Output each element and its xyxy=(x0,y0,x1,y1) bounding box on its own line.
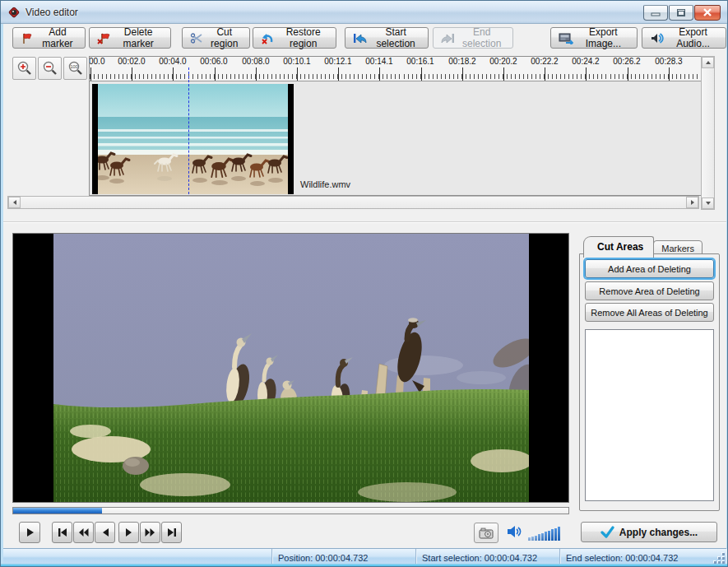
remove-all-areas-of-deleting-button[interactable]: Remove All Areas of Deleting xyxy=(585,303,714,322)
seek-progress-fill xyxy=(13,508,102,514)
ruler-label: 00:04.0 xyxy=(152,57,193,66)
timeline-horizontal-scrollbar[interactable] xyxy=(7,196,699,209)
timeline-track[interactable]: Wildlife.wmv xyxy=(90,81,702,196)
step-forward-icon xyxy=(125,527,133,537)
timeline-ruler-labels: 00.0 00:02.0 00:04.0 00:06.0 00:08.0 00:… xyxy=(90,57,702,67)
snapshot-button[interactable] xyxy=(474,523,498,543)
minimize-icon xyxy=(644,6,667,20)
app-icon xyxy=(7,6,21,19)
ruler-label: 00:20.2 xyxy=(483,57,524,66)
cut-region-button[interactable]: Cut region xyxy=(182,27,250,49)
panel-separator xyxy=(3,221,726,223)
export-audio-button[interactable]: Export Audio... xyxy=(642,27,726,49)
status-bar: Position: 00:00:04.732 Start selection: … xyxy=(3,548,726,565)
step-forward-button[interactable] xyxy=(118,522,139,543)
scroll-down-arrow[interactable] xyxy=(702,198,714,209)
left-arrow-icon xyxy=(13,200,16,205)
timeline-panel: 100 00.0 00:02.0 00:04.0 00:06.0 00:08.0… xyxy=(3,53,726,220)
client-area: Add marker Delete marker Cut region xyxy=(3,24,726,565)
add-marker-label: Add marker xyxy=(38,26,77,49)
video-preview xyxy=(12,233,569,503)
delete-marker-button[interactable]: Delete marker xyxy=(89,27,171,49)
timeline-ruler-ticks[interactable] xyxy=(90,67,702,81)
skip-end-icon xyxy=(167,527,177,537)
export-audio-label: Export Audio... xyxy=(668,26,718,49)
video-clip-thumbnail[interactable] xyxy=(92,84,294,194)
apply-changes-button[interactable]: Apply changes... xyxy=(581,522,717,542)
timeline-playhead[interactable] xyxy=(188,67,189,194)
zoom-100-button[interactable]: 100 xyxy=(63,57,87,80)
timeline-viewport: 00.0 00:02.0 00:04.0 00:06.0 00:08.0 00:… xyxy=(89,56,702,196)
skip-start-button[interactable] xyxy=(52,522,72,543)
step-back-icon xyxy=(101,527,109,537)
start-selection-label: Start selection xyxy=(371,26,420,49)
timeline-vertical-scrollbar[interactable] xyxy=(701,56,715,210)
export-image-icon xyxy=(559,32,573,44)
ruler-label: 00:10.1 xyxy=(276,57,318,66)
restore-region-button[interactable]: Restore region xyxy=(253,27,337,49)
scroll-up-arrow[interactable] xyxy=(702,57,714,68)
tab-markers-label: Markers xyxy=(661,244,694,253)
scroll-left-arrow[interactable] xyxy=(8,197,21,208)
ruler-label: 00:24.2 xyxy=(565,57,606,66)
video-editor-window: Video editor Add marker xyxy=(0,0,728,567)
end-selection-arrow-icon xyxy=(441,32,455,44)
status-position: Position: 00:00:04.732 xyxy=(272,549,416,566)
export-image-label: Export Image... xyxy=(577,26,629,49)
end-selection-button[interactable]: End selection xyxy=(433,27,513,49)
right-arrow-icon xyxy=(691,200,694,205)
restore-region-arrow-icon xyxy=(261,32,274,44)
ruler-label: 00:06.0 xyxy=(193,57,234,66)
minimize-button[interactable] xyxy=(643,5,668,21)
cut-areas-listbox[interactable] xyxy=(585,329,714,501)
export-image-button[interactable]: Export Image... xyxy=(550,27,638,49)
end-selection-label: End selection xyxy=(459,26,505,49)
scissors-icon xyxy=(190,32,203,44)
status-end-selection: End selection: 00:00:04.732 xyxy=(560,549,726,566)
checkmark-icon xyxy=(600,526,614,538)
volume-level-bars[interactable] xyxy=(528,524,566,541)
horses-beach-thumbnail xyxy=(92,84,294,194)
step-back-button[interactable] xyxy=(95,522,115,543)
up-arrow-icon xyxy=(706,61,711,64)
zoom-in-button[interactable] xyxy=(12,57,36,80)
clip-name-label: Wildlife.wmv xyxy=(300,179,350,189)
tab-cut-areas-label: Cut Areas xyxy=(597,241,643,253)
ruler-label: 00:02.0 xyxy=(111,57,152,66)
export-audio-icon xyxy=(650,32,664,44)
rewind-icon xyxy=(78,527,89,537)
status-end-selection-text: End selection: 00:00:04.732 xyxy=(566,553,678,563)
tab-cut-areas[interactable]: Cut Areas xyxy=(583,236,654,258)
status-start-selection-text: Start selection: 00:00:04.732 xyxy=(422,553,537,563)
skip-start-icon xyxy=(58,527,67,537)
add-area-of-deleting-button[interactable]: Add Area of Deleting xyxy=(585,259,714,278)
timeline-zoom-toolbar: 100 xyxy=(12,57,87,80)
zoom-out-button[interactable] xyxy=(38,57,62,80)
speaker-icon xyxy=(507,525,523,538)
svg-text:100: 100 xyxy=(70,64,77,69)
zoom-100-icon: 100 xyxy=(67,60,84,77)
close-button[interactable] xyxy=(694,5,721,21)
resize-grip[interactable] xyxy=(714,553,725,564)
mute-toggle[interactable] xyxy=(507,525,523,541)
main-toolbar: Add marker Delete marker Cut region xyxy=(3,26,726,50)
ruler-label: 00:26.2 xyxy=(606,57,647,66)
maximize-button[interactable] xyxy=(669,5,693,21)
ruler-label: 00:14.1 xyxy=(359,57,400,66)
delete-marker-flag-icon xyxy=(97,32,110,44)
scroll-right-arrow[interactable] xyxy=(686,197,698,208)
add-marker-button[interactable]: Add marker xyxy=(12,27,86,49)
ruler-label: 00:22.2 xyxy=(524,57,565,66)
ruler-label: 00:28.3 xyxy=(648,57,689,66)
rewind-button[interactable] xyxy=(73,522,94,543)
play-button[interactable] xyxy=(19,522,40,543)
down-arrow-icon xyxy=(706,202,711,205)
status-start-selection: Start selection: 00:00:04.732 xyxy=(416,549,560,566)
start-selection-button[interactable]: Start selection xyxy=(345,27,428,49)
skip-end-button[interactable] xyxy=(161,522,182,543)
add-marker-flag-icon xyxy=(21,32,34,44)
seek-bar[interactable] xyxy=(12,507,569,514)
remove-area-of-deleting-button[interactable]: Remove Area of Deleting xyxy=(585,281,714,300)
window-title: Video editor xyxy=(26,7,78,18)
fast-forward-button[interactable] xyxy=(140,522,160,543)
